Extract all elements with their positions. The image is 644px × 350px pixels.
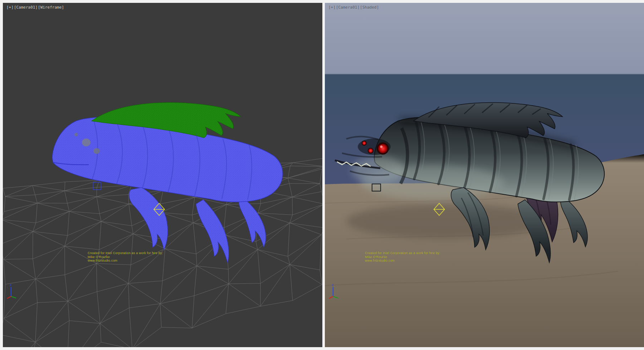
axis-z-label: z	[10, 283, 11, 287]
watermark-line: Mike O'Rourke	[365, 255, 440, 259]
watermark-line: Created for Intel Corporation as a work …	[88, 251, 163, 255]
fish-model-wireframe[interactable]	[52, 102, 283, 263]
viewport-label: [+][Camera01][Shaded]	[328, 5, 379, 10]
fish-eye-large	[378, 144, 387, 153]
viewport-menu-pov[interactable]: [Camera01]	[14, 5, 38, 10]
viewport-menu-general[interactable]: [+]	[6, 5, 14, 10]
watermark-line: www.fritzstudio.com	[88, 259, 163, 263]
axis-tripod: z	[6, 283, 22, 301]
watermark-line: www.fritzstudio.com	[365, 259, 440, 263]
wireframe-scene	[3, 3, 322, 347]
viewport-menu-shading[interactable]: [Wireframe]	[38, 5, 64, 10]
dual-viewport-frame: [+][Camera01][Wireframe] Created for Int…	[0, 0, 644, 350]
viewport-wireframe[interactable]: [+][Camera01][Wireframe] Created for Int…	[3, 3, 322, 347]
watermark-line: Mike O'Rourke	[88, 255, 163, 259]
viewport-menu-pov[interactable]: [Camera01]	[336, 5, 360, 10]
watermark-text: Created for Intel Corporation as a work …	[88, 251, 163, 263]
viewport-menu-general[interactable]: [+]	[328, 5, 336, 10]
fish-eye-small	[362, 141, 366, 145]
viewport-menu-shading[interactable]: [Shaded]	[360, 5, 379, 10]
selection-bracket[interactable]	[93, 183, 101, 190]
fish-eye-small	[368, 148, 373, 153]
watermark-text: Created for Intel Corporation as a work …	[365, 251, 440, 263]
shaded-scene	[325, 3, 644, 347]
watermark-line: Created for Intel Corporation as a work …	[365, 251, 440, 255]
axis-tripod: z	[328, 283, 344, 301]
viewport-shaded[interactable]: [+][Camera01][Shaded] Created for Intel …	[325, 3, 644, 347]
fish-eye-ghost	[82, 138, 91, 146]
axis-z-label: z	[332, 283, 333, 287]
viewport-label: [+][Camera01][Wireframe]	[6, 5, 64, 10]
